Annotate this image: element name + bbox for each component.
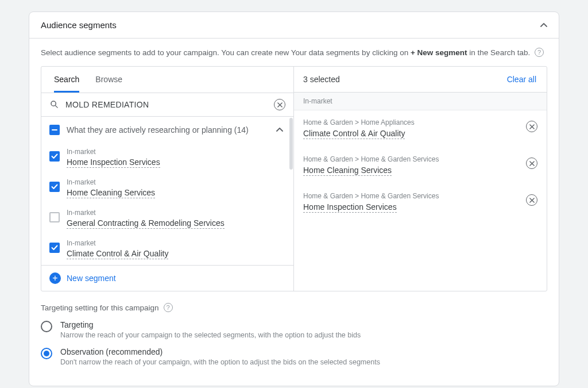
close-icon [277,102,283,107]
selected-item: Home & Garden > Home & Garden Services H… [294,147,547,184]
breadcrumb: Home & Garden > Home Appliances [303,118,521,126]
remove-button[interactable] [526,157,537,169]
result-row[interactable]: In-market Home Cleaning Services [41,174,293,204]
checkbox-checked-icon[interactable] [49,243,60,253]
result-title: Climate Control & Air Quality [67,249,168,259]
search-icon [49,99,60,110]
remove-button[interactable] [526,121,537,132]
breadcrumb: Home & Garden > Home & Garden Services [303,155,521,163]
radio-unselected-icon[interactable] [41,321,52,332]
card-title: Audience segments [41,20,117,30]
selected-item: Home & Garden > Home & Garden Services H… [294,184,547,221]
tab-search[interactable]: Search [54,67,79,93]
breadcrumb: Home & Garden > Home & Garden Services [303,192,521,200]
checkbox-empty-icon[interactable] [49,212,60,222]
remove-button[interactable] [526,194,537,206]
result-meta: In-market [67,209,225,217]
result-title: Home Cleaning Services [67,188,155,198]
selected-title: Home Cleaning Services [303,166,392,176]
close-icon [529,198,535,203]
results-list: What they are actively researching or pl… [41,117,293,265]
clear-all-button[interactable]: Clear all [507,75,536,84]
result-meta: In-market [67,178,155,186]
selected-section-header: In-market [294,93,547,110]
selected-title: Home Inspection Services [303,202,397,213]
scrollbar[interactable] [289,118,293,170]
close-icon [529,161,535,166]
radio-label: Observation (recommended) [60,347,380,356]
result-row[interactable]: In-market Home Inspection Services [41,143,293,174]
radio-selected-icon[interactable] [41,348,52,359]
chevron-up-icon[interactable] [276,126,283,133]
help-icon[interactable]: ? [535,48,544,57]
targeting-title: Targeting setting for this campaign ? [41,303,547,312]
help-icon[interactable]: ? [164,303,173,312]
result-title: Home Inspection Services [67,157,160,168]
result-row[interactable]: In-market Climate Control & Air Quality [41,235,293,265]
targeting-section: Targeting setting for this campaign ? Ta… [29,303,559,386]
result-meta: In-market [67,239,168,247]
tab-browse[interactable]: Browse [95,67,122,93]
clear-search-button[interactable] [274,99,285,110]
group-title: What they are actively researching or pl… [67,125,269,135]
result-row[interactable]: In-market General Contracting & Remodeli… [41,204,293,235]
new-segment-label: New segment [67,274,116,283]
group-header[interactable]: What they are actively researching or pl… [41,117,293,143]
checkbox-indeterminate-icon[interactable] [49,125,60,135]
radio-targeting[interactable]: Targeting Narrow the reach of your campa… [41,320,547,339]
radio-description: Don't narrow the reach of your campaign,… [60,358,380,366]
helper-text: Select audience segments to add to your … [29,39,559,66]
right-panel: 3 selected Clear all In-market Home & Ga… [294,67,547,291]
checkbox-checked-icon[interactable] [49,182,60,192]
plus-icon: + [49,272,61,284]
card-header[interactable]: Audience segments [29,12,559,38]
left-panel: Search Browse What they are actively res… [41,67,294,291]
selected-title: Climate Control & Air Quality [303,129,405,139]
selected-count: 3 selected [303,75,340,84]
selected-header: 3 selected Clear all [294,67,547,93]
radio-description: Narrow the reach of your campaign to the… [60,331,361,339]
search-input[interactable] [65,100,268,109]
new-segment-button[interactable]: + New segment [41,265,293,291]
close-icon [529,124,535,129]
checkbox-checked-icon[interactable] [49,151,60,162]
chevron-up-icon [540,22,547,29]
search-bar [41,93,293,117]
result-meta: In-market [67,148,160,156]
result-title: General Contracting & Remodeling Service… [67,218,225,229]
selected-item: Home & Garden > Home Appliances Climate … [294,110,547,147]
tabs: Search Browse [41,67,293,93]
radio-label: Targeting [60,320,361,329]
audience-segments-card: Audience segments Select audience segmen… [29,11,559,386]
radio-observation[interactable]: Observation (recommended) Don't narrow t… [41,347,547,366]
segments-panel: Search Browse What they are actively res… [41,66,547,291]
